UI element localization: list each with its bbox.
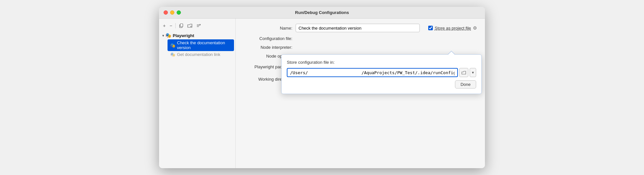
name-input[interactable] [296,24,420,32]
popup-arrow [447,51,455,55]
tree-child-label-0: Check the documentation version [177,40,231,50]
popup-input-row: ▾ [287,68,476,77]
playwright-parent-icon: 🎭 [165,33,171,38]
maximize-button[interactable] [177,10,181,15]
tree-parent-label: Playwright [173,33,194,38]
store-project-label[interactable]: Store as project file [435,26,471,31]
config-file-label: Configuration file: [243,36,292,41]
name-label: Name: [243,26,292,31]
sidebar: + − + [159,19,236,168]
tree-children: 🎭 Check the documentation version 🎭 Get … [160,39,234,58]
add-folder-button[interactable]: + [186,23,194,29]
sidebar-toolbar: + − + [159,21,235,32]
node-interpreter-row: Node interpreter: [243,45,477,50]
tree-group: ▾ 🎭 Playwright 🎭 Check the documentation… [159,32,235,58]
tree-child-label-1: Get documentation link [177,52,220,57]
popup-chevron-button[interactable]: ▾ [470,68,476,77]
popup-folder-button[interactable] [459,68,468,77]
tree-child-check-docs[interactable]: 🎭 Check the documentation version [168,39,234,51]
remove-button[interactable]: − [168,22,173,29]
gear-icon[interactable]: ⚙ [473,25,477,31]
config-file-row: Configuration file: [243,36,477,41]
popup-title: Store configuration file in: [287,60,476,65]
store-project-checkbox[interactable] [428,26,433,30]
name-row: Name: Store as project file ⚙ [243,24,477,32]
svg-rect-1 [180,24,183,27]
sort-button[interactable] [195,23,202,29]
content-area: + − + [159,19,485,168]
tree-child-get-link[interactable]: 🎭 Get documentation link [168,51,234,58]
titlebar: Run/Debug Configurations [159,7,485,19]
close-button[interactable] [164,10,168,15]
tree-parent-playwright[interactable]: ▾ 🎭 Playwright [160,32,234,39]
window-title: Run/Debug Configurations [295,10,349,15]
get-link-icon: 🎭 [170,52,175,57]
chevron-down-icon: ▾ [162,34,164,37]
done-button[interactable]: Done [455,80,476,88]
main-panel: Name: Store as project file ⚙ Configurat… [236,19,485,168]
toolbar-separator [175,23,176,28]
svg-text:+: + [190,25,192,28]
main-window: Run/Debug Configurations + − + [159,7,485,168]
popup-done-row: Done [287,80,476,88]
minimize-button[interactable] [170,10,174,15]
add-button[interactable]: + [162,22,167,29]
store-project-container: Store as project file ⚙ [428,25,477,31]
window-controls [164,10,181,15]
popup-path-input[interactable] [287,68,458,77]
node-interpreter-label: Node interpreter: [243,45,292,50]
copy-button[interactable] [178,23,185,29]
config-file-popup: Store configuration file in: ▾ Done [281,54,482,94]
check-docs-icon: 🎭 [170,43,175,48]
